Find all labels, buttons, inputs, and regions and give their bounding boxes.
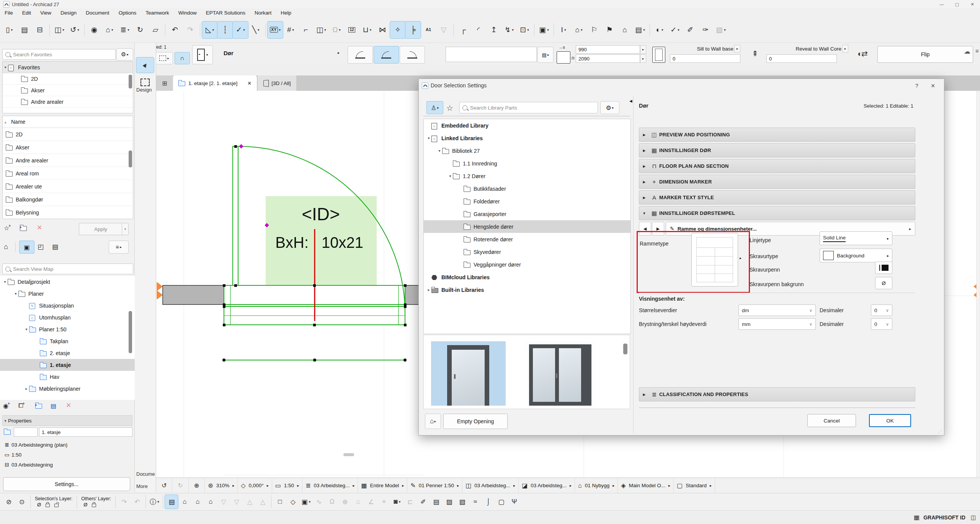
- name-column-header[interactable]: ▴Name: [3, 116, 133, 128]
- section-marker-text-style[interactable]: ▶A MARKER TEXT STYLE: [639, 190, 915, 205]
- check-model-button[interactable]: ✓: [667, 21, 683, 38]
- coordinates-button[interactable]: XY: [268, 21, 283, 38]
- zoom-level[interactable]: ⊛310%: [205, 478, 238, 493]
- green-mode-button[interactable]: ∿: [312, 495, 325, 509]
- name-list-item[interactable]: Andre arealer: [3, 154, 133, 167]
- scale[interactable]: ▭1:50: [272, 478, 302, 493]
- edit-selection-button[interactable]: ▱: [148, 21, 163, 38]
- quick-layers-button[interactable]: ≣: [117, 21, 132, 38]
- doc-pen-button[interactable]: ▢: [495, 495, 508, 509]
- layout-book-button[interactable]: ◰: [38, 243, 44, 251]
- reveal-menu[interactable]: ▸: [842, 45, 848, 52]
- hatch-lines-button[interactable]: ▨: [443, 495, 456, 509]
- zoom-next-button[interactable]: ↻: [172, 478, 188, 493]
- view-map-node[interactable]: ▾ Planer 1:50: [0, 323, 135, 335]
- elevation-view-button[interactable]: ⌂: [191, 495, 204, 509]
- door-height-menu[interactable]: ▸: [640, 54, 646, 63]
- menu-item[interactable]: Edit: [18, 8, 36, 17]
- swing-right-button[interactable]: [400, 46, 425, 64]
- library-tree-node[interactable]: Skyvedører: [424, 246, 630, 258]
- zoom-previous-button[interactable]: ↺: [156, 478, 172, 493]
- camera-settings-button[interactable]: ◙: [390, 495, 403, 509]
- skravurpenn-bakgrunn-selector[interactable]: Ø: [875, 277, 892, 289]
- redo-button[interactable]: ↷: [183, 21, 198, 38]
- menu-item[interactable]: File: [0, 8, 18, 17]
- render-button[interactable]: ◐: [652, 21, 667, 38]
- favorites-header-row[interactable]: ▾☆ Favorites: [3, 62, 133, 73]
- hatch-3d-button[interactable]: ▤: [430, 495, 443, 509]
- model-3d-button[interactable]: ⌂: [617, 21, 632, 38]
- library-tree-node[interactable]: Hengslede dører: [424, 220, 630, 233]
- guide-lines-button[interactable]: ◺: [202, 21, 217, 38]
- skravurtype-selector[interactable]: Background: [820, 249, 892, 262]
- bring-front-button[interactable]: △: [256, 495, 269, 509]
- name-list-item[interactable]: Areal rom: [3, 167, 133, 180]
- view-map-menu-button[interactable]: ≡▸: [109, 241, 129, 254]
- thumbnail-door-sliding[interactable]: [526, 341, 595, 406]
- add-folder-button[interactable]: [35, 403, 42, 410]
- next-page-button[interactable]: ▶: [652, 222, 664, 236]
- intersect-button[interactable]: ⋈: [375, 21, 390, 38]
- account-icon[interactable]: ◫: [971, 514, 976, 521]
- redo-small-button[interactable]: ↷: [118, 495, 131, 509]
- opening-width-button[interactable]: ⊔: [359, 21, 375, 38]
- menu-item[interactable]: Options: [114, 8, 141, 17]
- library-tree-node[interactable]: ⌂ Embedded Library: [424, 119, 630, 132]
- tab-overview-icon[interactable]: ⊞: [156, 75, 173, 91]
- add-clone-folder-button[interactable]: ⧠: [18, 402, 26, 409]
- view-map-node[interactable]: Hav: [0, 371, 135, 383]
- perspective-view-button[interactable]: ◇: [286, 495, 299, 509]
- name-list-item[interactable]: Akser: [3, 141, 133, 154]
- favorites-search-input[interactable]: [13, 52, 115, 57]
- teamwork-user-button[interactable]: Ω: [329, 21, 344, 38]
- rammetype-preview[interactable]: [691, 233, 738, 287]
- design-group-label[interactable]: Design: [136, 87, 155, 93]
- undo-button[interactable]: ↶: [167, 21, 183, 38]
- library-manager-button[interactable]: ⌂: [102, 21, 117, 38]
- ok-button[interactable]: OK: [869, 414, 911, 427]
- library-tree-node[interactable]: ▾ 1.2 Dører: [424, 170, 630, 182]
- minimize-button[interactable]: —: [934, 0, 949, 8]
- pipette-button[interactable]: ✐: [683, 21, 698, 38]
- view-map-search[interactable]: [2, 264, 133, 274]
- marquee-select-button[interactable]: [155, 52, 173, 64]
- more-group-label[interactable]: More: [136, 483, 155, 489]
- selection-layer-hide-icon[interactable]: Ø: [37, 502, 41, 508]
- swing-left-button[interactable]: [348, 46, 373, 64]
- library-search-input[interactable]: [470, 105, 598, 111]
- undo-history-button[interactable]: ↺: [67, 21, 82, 38]
- view-map-node[interactable]: ✎ Situasjonsplan: [0, 300, 135, 311]
- section-innstillinger-dorstempel[interactable]: ▼▦ INNSTILLINGER DØRSTEMPEL: [639, 206, 915, 220]
- view-map-node[interactable]: ◇ Utomhusplan: [0, 311, 135, 323]
- snap-points-button[interactable]: ✓: [233, 21, 248, 38]
- library-tree-node[interactable]: ▾⌂ Linked Libraries: [424, 132, 630, 144]
- palette-menu-icon[interactable]: ≡: [975, 47, 979, 54]
- new-folder-button[interactable]: [20, 225, 27, 232]
- view-map-node[interactable]: ▸ Møbleringsplaner: [0, 383, 135, 395]
- properties-header[interactable]: ▾Properties: [2, 415, 132, 426]
- bring-forward-button[interactable]: △: [243, 495, 256, 509]
- pen-down-button[interactable]: ⌡: [482, 495, 495, 509]
- graphisoft-id-label[interactable]: GRAPHISOFT ID: [923, 514, 965, 521]
- library-tree-node[interactable]: Garasjeporter: [424, 208, 630, 220]
- library-tree-node[interactable]: 1.1 Innredning: [424, 157, 630, 170]
- elevation-button[interactable]: ↥: [486, 21, 501, 38]
- view-map-scrollbar[interactable]: [129, 311, 132, 353]
- favorites-item[interactable]: Akser: [3, 85, 133, 96]
- send-backward-button[interactable]: ▽: [217, 495, 230, 509]
- view-map-node[interactable]: 2. etasje: [0, 347, 135, 359]
- rebuild-button[interactable]: ↻: [132, 21, 148, 38]
- favorites-settings-button[interactable]: ⚙▸: [116, 48, 133, 61]
- menu-item[interactable]: Window: [174, 8, 201, 17]
- label-a1-button[interactable]: A1: [421, 21, 436, 38]
- menu-item[interactable]: View: [36, 8, 56, 17]
- brush-button[interactable]: ✐: [416, 495, 430, 509]
- view-map-node[interactable]: ▾ Detaljprosjekt: [0, 276, 135, 288]
- others-layer-lock-icon[interactable]: [92, 504, 96, 507]
- library-tree-node[interactable]: ▸ Built-in Libraries: [424, 283, 630, 296]
- pen-set[interactable]: ✎01 Penner 1:50: [407, 478, 462, 493]
- favorites-search[interactable]: [2, 49, 116, 60]
- arrow-tool[interactable]: ►: [136, 57, 154, 73]
- empty-opening-button[interactable]: Empty Opening: [443, 414, 508, 429]
- apply-button[interactable]: Apply: [79, 223, 122, 235]
